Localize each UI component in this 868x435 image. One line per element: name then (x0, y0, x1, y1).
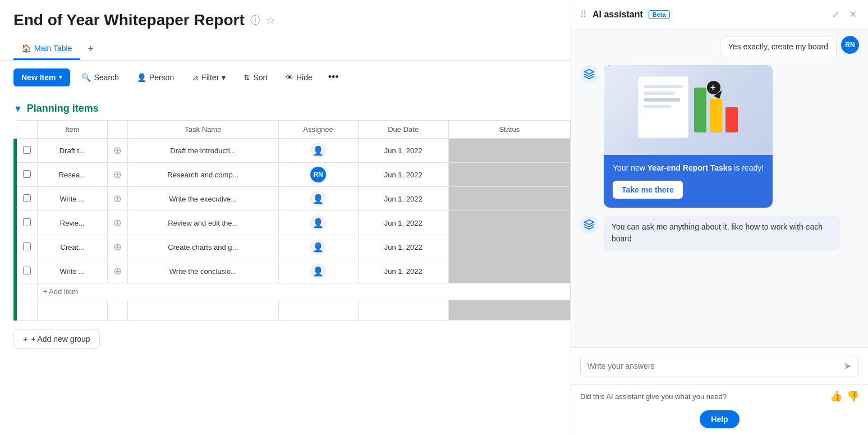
filter-button[interactable]: ⊿ Filter ▾ (185, 69, 232, 86)
feedback-text: Did this AI assistant give you what you … (580, 392, 727, 401)
row-status[interactable] (448, 259, 570, 283)
row-checkbox[interactable] (23, 146, 31, 154)
expand-button[interactable]: ⤢ (830, 8, 842, 21)
avatar-rn[interactable]: RN (310, 167, 326, 182)
thumbs-up-button[interactable]: 👍 (830, 390, 842, 402)
new-item-label: New Item (21, 73, 56, 82)
add-subitem-icon[interactable]: ⊕ (113, 145, 122, 156)
send-button[interactable]: ➤ (843, 360, 852, 372)
add-subitem-icon[interactable]: ⊕ (113, 265, 122, 277)
svg-rect-7 (725, 107, 738, 132)
take-me-there-button[interactable]: Take me there (613, 181, 683, 199)
person-label: Person (149, 73, 174, 82)
user-message: Yes exactly, create my board RN (580, 36, 859, 57)
add-item-row[interactable]: + Add Item (13, 283, 571, 300)
person-button[interactable]: 👤 Person (130, 69, 181, 86)
footer-assignee (278, 300, 358, 320)
add-subitem-icon[interactable]: ⊕ (113, 241, 122, 253)
row-checkbox-cell (17, 139, 37, 163)
ai-panel-title: AI assistant (593, 10, 643, 20)
svg-rect-2 (644, 91, 674, 95)
avatar-empty[interactable]: 👤 (310, 263, 326, 279)
group-chevron-icon[interactable]: ▼ (13, 104, 22, 114)
row-item: Resea... (37, 163, 108, 187)
avatar-empty[interactable]: 👤 (310, 239, 326, 255)
table-row: Resea...⊕Research and comp...RNJun 1, 20… (13, 163, 571, 187)
row-item: Creat... (37, 235, 108, 259)
search-button[interactable]: 🔍 Search (75, 69, 125, 86)
hide-button[interactable]: 👁 Hide (279, 69, 319, 86)
table-row: Draft t...⊕Draft the introducti...👤Jun 1… (13, 139, 571, 163)
add-new-group-button[interactable]: + + Add new group (13, 329, 100, 349)
row-status[interactable] (448, 211, 570, 235)
group-header: ▼ Planning items (13, 94, 571, 120)
row-item: Revie... (37, 211, 108, 235)
ai-footer: Did this AI assistant give you what you … (571, 384, 868, 410)
add-tab-button[interactable]: + (82, 39, 99, 59)
row-checkbox[interactable] (23, 170, 31, 178)
sort-button[interactable]: ⇅ Sort (237, 69, 274, 86)
svg-rect-5 (694, 88, 706, 132)
group-title: Planning items (27, 103, 99, 115)
row-status[interactable] (448, 163, 570, 187)
table-row: Write ...⊕Write the executive...👤Jun 1, … (13, 187, 571, 211)
person-icon: 👤 (137, 73, 146, 82)
star-icon[interactable]: ☆ (266, 14, 275, 26)
tab-main-table-label: Main Table (34, 44, 72, 53)
add-subitem-icon[interactable]: ⊕ (113, 193, 122, 204)
filter-chevron-icon: ▾ (222, 73, 226, 82)
status-column-header: Status (448, 121, 570, 139)
add-subitem-icon[interactable]: ⊕ (113, 217, 122, 228)
info-icon[interactable]: ⓘ (250, 13, 260, 27)
row-checkbox[interactable] (23, 242, 31, 250)
row-status[interactable] (448, 235, 570, 259)
ai-avatar-text (580, 216, 598, 233)
svg-rect-3 (644, 98, 680, 102)
row-task: Research and comp... (128, 163, 278, 187)
row-checkbox[interactable] (23, 218, 31, 226)
row-status[interactable] (448, 187, 570, 211)
ai-header: ⠿ AI assistant Beta ⤢ ✕ (571, 0, 868, 29)
row-checkbox[interactable] (23, 194, 31, 202)
svg-rect-6 (710, 99, 722, 132)
footer-check (17, 300, 37, 320)
thumbs-down-button[interactable]: 👎 (847, 390, 859, 402)
due-date-column-header: Due Date (358, 121, 448, 139)
tabs-bar: 🏠 Main Table + (0, 38, 571, 61)
more-options-button[interactable]: ••• (324, 67, 343, 87)
row-add-icon-cell: ⊕ (108, 259, 128, 283)
avatar-empty[interactable]: 👤 (310, 215, 326, 231)
home-icon: 🏠 (21, 44, 31, 53)
avatar-empty[interactable]: 👤 (310, 191, 326, 207)
svg-rect-4 (644, 105, 672, 108)
chat-input[interactable] (587, 361, 839, 370)
row-checkbox-cell (17, 235, 37, 259)
add-item-label[interactable]: + Add Item (37, 283, 571, 300)
ai-chat-area: Yes exactly, create my board RN (571, 29, 868, 347)
svg-text:+: + (710, 83, 715, 92)
row-due-date: Jun 1, 2022 (358, 139, 448, 163)
footer-status (448, 300, 570, 320)
row-task: Draft the introducti... (128, 139, 278, 163)
ai-board-card: + Your new Year-end Report Tasks is read… (604, 65, 773, 208)
add-row-check (17, 283, 37, 300)
row-checkbox[interactable] (23, 267, 31, 274)
row-due-date: Jun 1, 2022 (358, 211, 448, 235)
row-assignee: 👤 (278, 235, 358, 259)
avatar-empty[interactable]: 👤 (310, 143, 326, 158)
footer-date (358, 300, 448, 320)
add-subitem-icon[interactable]: ⊕ (113, 169, 122, 180)
table-area: ▼ Planning items Item Task Name Assignee… (0, 94, 571, 435)
row-add-icon-cell: ⊕ (108, 187, 128, 211)
new-item-button[interactable]: New Item ▾ (13, 68, 70, 86)
tab-main-table[interactable]: 🏠 Main Table (13, 38, 80, 60)
sort-icon: ⇅ (244, 73, 250, 82)
ai-assistant-panel: ⠿ AI assistant Beta ⤢ ✕ Yes exactly, cre… (571, 0, 868, 435)
toolbar: New Item ▾ 🔍 Search 👤 Person ⊿ Filter ▾ … (0, 61, 571, 94)
close-button[interactable]: ✕ (847, 8, 859, 21)
help-button[interactable]: Help (700, 410, 739, 428)
user-bubble: Yes exactly, create my board (720, 36, 837, 57)
row-assignee: 👤 (278, 139, 358, 163)
row-status[interactable] (448, 139, 570, 163)
filter-icon: ⊿ (192, 73, 199, 82)
